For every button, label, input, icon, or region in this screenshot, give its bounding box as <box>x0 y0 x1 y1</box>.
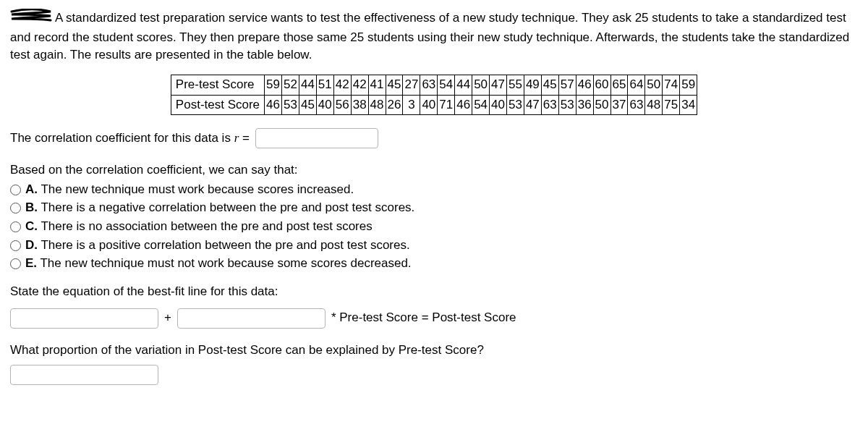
radio-icon <box>10 203 21 214</box>
multiple-choice-block: Based on the correlation coefficient, we… <box>10 161 858 273</box>
cell: 51 <box>316 75 333 95</box>
cell: 46 <box>265 95 282 115</box>
slope-input[interactable] <box>177 308 326 329</box>
cell: 36 <box>576 95 593 115</box>
equation-line: + * Pre-test Score = Post-test Score <box>10 308 858 329</box>
cell: 60 <box>593 75 610 95</box>
cell: 59 <box>680 75 697 95</box>
option-label: B. There is a negative correlation betwe… <box>25 199 414 217</box>
table-row: Pre-test Score 59 52 44 51 42 42 41 45 2… <box>171 75 697 95</box>
cell: 53 <box>282 95 299 115</box>
cell: 75 <box>663 95 680 115</box>
cell: 57 <box>558 75 576 95</box>
cell: 38 <box>351 95 368 115</box>
option-label: C. There is no association between the p… <box>25 218 373 236</box>
option-label: E. The new technique must not work becau… <box>25 255 412 273</box>
option-label: D. There is a positive correlation betwe… <box>25 237 410 255</box>
cell: 50 <box>593 95 610 115</box>
cell: 63 <box>420 75 438 95</box>
option-b[interactable]: B. There is a negative correlation betwe… <box>10 199 858 217</box>
cell: 54 <box>472 95 490 115</box>
cell: 48 <box>368 95 386 115</box>
cell: 55 <box>506 75 524 95</box>
question-intro: A standardized test preparation service … <box>10 9 858 64</box>
radio-icon <box>10 185 21 195</box>
cell: 44 <box>455 75 472 95</box>
cell: 50 <box>645 75 663 95</box>
option-a[interactable]: A. The new technique must work because s… <box>10 181 858 199</box>
cell: 71 <box>438 95 455 115</box>
data-table-wrap: Pre-test Score 59 52 44 51 42 42 41 45 2… <box>10 75 858 115</box>
plus-sign: + <box>164 309 171 327</box>
redaction-mark <box>10 9 52 29</box>
cell: 40 <box>490 95 507 115</box>
cell: 65 <box>610 75 628 95</box>
corr-prefix: The correlation coefficient for this dat… <box>10 131 234 145</box>
cell: 45 <box>299 95 316 115</box>
option-letter: C. <box>25 219 38 233</box>
proportion-prompt: What proportion of the variation in Post… <box>10 342 858 360</box>
cell: 45 <box>386 75 403 95</box>
cell: 64 <box>628 75 645 95</box>
bestfit-prompt: State the equation of the best-fit line … <box>10 283 858 301</box>
cell: 34 <box>680 95 697 115</box>
cell: 3 <box>403 95 420 115</box>
data-table: Pre-test Score 59 52 44 51 42 42 41 45 2… <box>171 75 697 115</box>
equals: = <box>239 131 250 145</box>
cell: 63 <box>628 95 645 115</box>
cell: 45 <box>541 75 558 95</box>
option-label: A. The new technique must work because s… <box>25 181 354 199</box>
option-d[interactable]: D. There is a positive correlation betwe… <box>10 237 858 255</box>
cell: 48 <box>645 95 663 115</box>
cell: 53 <box>506 95 524 115</box>
cell: 49 <box>524 75 541 95</box>
option-text: There is a negative correlation between … <box>38 200 414 214</box>
cell: 40 <box>420 95 438 115</box>
intercept-input[interactable] <box>10 308 158 329</box>
option-text: The new technique must work because scor… <box>38 182 354 196</box>
equation-suffix: * Pre-test Score = Post-test Score <box>331 309 516 327</box>
cell: 46 <box>455 95 472 115</box>
cell: 41 <box>368 75 386 95</box>
option-text: There is a positive correlation between … <box>38 238 410 252</box>
cell: 42 <box>351 75 368 95</box>
cell: 52 <box>282 75 299 95</box>
intro-text: A standardized test preparation service … <box>10 11 849 62</box>
cell: 47 <box>490 75 507 95</box>
cell: 37 <box>610 95 628 115</box>
cell: 27 <box>403 75 420 95</box>
option-letter: A. <box>25 182 38 196</box>
correlation-input[interactable] <box>255 128 378 148</box>
cell: 47 <box>524 95 541 115</box>
option-letter: E. <box>25 256 37 270</box>
cell: 63 <box>541 95 558 115</box>
option-e[interactable]: E. The new technique must not work becau… <box>10 255 858 273</box>
cell: 46 <box>576 75 593 95</box>
cell: 26 <box>386 95 403 115</box>
proportion-input[interactable] <box>10 365 158 385</box>
cell: 53 <box>558 95 576 115</box>
option-letter: B. <box>25 200 38 214</box>
cell: 54 <box>438 75 455 95</box>
cell: 56 <box>333 95 351 115</box>
row-label: Post-test Score <box>171 95 264 115</box>
cell: 59 <box>265 75 282 95</box>
radio-icon <box>10 258 21 269</box>
option-letter: D. <box>25 238 38 252</box>
proportion-block: What proportion of the variation in Post… <box>10 342 858 386</box>
radio-icon <box>10 240 21 251</box>
row-label: Pre-test Score <box>171 75 264 95</box>
cell: 44 <box>299 75 316 95</box>
cell: 42 <box>333 75 351 95</box>
table-row: Post-test Score 46 53 45 40 56 38 48 26 … <box>171 95 697 115</box>
cell: 50 <box>472 75 490 95</box>
radio-icon <box>10 221 21 232</box>
correlation-label: The correlation coefficient for this dat… <box>10 130 250 148</box>
option-c[interactable]: C. There is no association between the p… <box>10 218 858 236</box>
cell: 40 <box>316 95 333 115</box>
correlation-line: The correlation coefficient for this dat… <box>10 128 858 148</box>
cell: 74 <box>663 75 680 95</box>
mc-prompt: Based on the correlation coefficient, we… <box>10 161 858 179</box>
option-text: The new technique must not work because … <box>37 256 412 270</box>
option-text: There is no association between the pre … <box>38 219 373 233</box>
